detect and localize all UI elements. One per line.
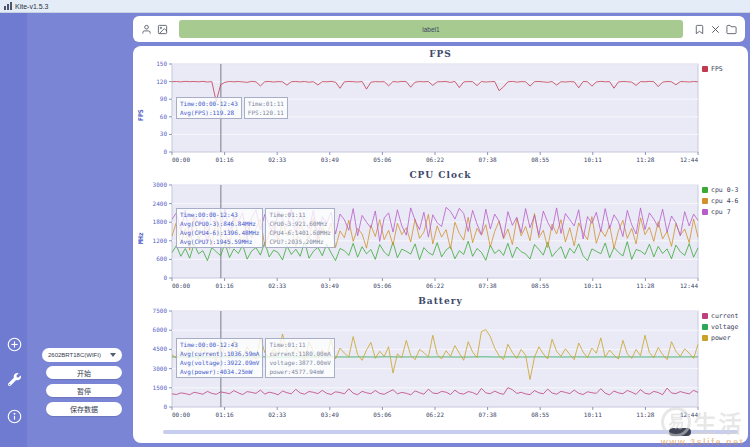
chart-tooltip-range: Time:00:00-12:43Avg(FPS):119.28: [176, 97, 242, 119]
charts-panel: FPS FPS 030609012015000:0001:1602:3303:4…: [133, 46, 748, 443]
y-axis-label: MHz: [135, 182, 146, 295]
device-select-value: 2602BRT18C(WIFI): [48, 352, 101, 358]
app-body: 2602BRT18C(WIFI) 开始 暂停 保存数据 label1: [0, 13, 750, 447]
scrollbar-thumb[interactable]: [669, 428, 691, 436]
start-button[interactable]: 开始: [46, 366, 122, 379]
chevron-down-icon: [110, 353, 116, 357]
svg-text:1800: 1800: [153, 218, 168, 225]
screenshot-button[interactable]: [157, 24, 168, 35]
user-icon: [141, 24, 152, 35]
chart-tooltip-range: Time:00:00-12:43Avg(current):1036.59mAAv…: [176, 338, 263, 378]
legend-item-current[interactable]: current: [702, 312, 748, 320]
svg-text:05:06: 05:06: [373, 282, 391, 289]
svg-text:11:28: 11:28: [636, 156, 654, 163]
svg-text:00:00: 00:00: [172, 411, 190, 418]
svg-text:150: 150: [156, 61, 167, 67]
chart-tooltips: Time:00:00-12:43Avg(FPS):119.28Time:01:1…: [176, 97, 288, 119]
legend-item-voltage[interactable]: voltage: [702, 323, 748, 331]
chart-tooltip-cursor: Time:01:11CPU0-3:921.60MHzCPU4-6:1401.60…: [265, 208, 334, 248]
svg-text:7500: 7500: [153, 308, 168, 314]
svg-text:10:11: 10:11: [584, 282, 602, 289]
svg-text:06:22: 06:22: [426, 282, 444, 289]
legend-swatch: [702, 209, 708, 215]
add-button[interactable]: [6, 336, 22, 352]
legend-label: cpu 4-6: [711, 197, 738, 205]
clear-icon: [710, 24, 721, 35]
chart-legend: currentvoltagepower: [702, 308, 748, 424]
legend-item-FPS[interactable]: FPS: [702, 65, 748, 73]
svg-text:12:44: 12:44: [680, 156, 698, 163]
chart-title: FPS: [133, 48, 748, 61]
svg-text:3000: 3000: [153, 182, 168, 188]
folder-icon: [726, 24, 737, 35]
svg-text:11:28: 11:28: [636, 282, 654, 289]
cpu-clock-chart: CPU Clock MHz 0600120018002400300000:000…: [133, 169, 748, 295]
legend-item-cpu 0-3[interactable]: cpu 0-3: [702, 186, 748, 194]
svg-text:30: 30: [160, 130, 168, 137]
legend-swatch: [702, 313, 708, 319]
open-folder-button[interactable]: [726, 24, 737, 35]
info-button[interactable]: [6, 408, 22, 424]
device-select[interactable]: 2602BRT18C(WIFI): [42, 348, 122, 362]
svg-text:05:06: 05:06: [373, 156, 391, 163]
window-title: Kite-v1.5.3: [15, 3, 48, 10]
legend-swatch: [702, 335, 708, 341]
y-axis-label: [135, 308, 146, 424]
bookmark-icon: [694, 24, 705, 35]
left-rail: [0, 13, 27, 447]
svg-text:12:44: 12:44: [680, 411, 698, 418]
image-icon: [157, 24, 168, 35]
pause-button[interactable]: 暂停: [46, 384, 122, 397]
chart-tooltip-range: Time:00:00-12:43Avg(CPU0-3):846.84MHzAvg…: [176, 208, 263, 248]
svg-text:90: 90: [160, 95, 168, 102]
clear-button[interactable]: [710, 24, 721, 35]
chart-legend: FPS: [702, 61, 748, 169]
add-icon: [7, 337, 22, 352]
chart-title: CPU Clock: [133, 169, 748, 182]
legend-swatch: [702, 187, 708, 193]
chart-tooltips: Time:00:00-12:43Avg(CPU0-3):846.84MHzAvg…: [176, 208, 335, 248]
svg-text:01:16: 01:16: [216, 156, 234, 163]
svg-text:08:55: 08:55: [531, 156, 549, 163]
svg-text:10:11: 10:11: [584, 156, 602, 163]
legend-label: cpu 0-3: [711, 186, 738, 194]
svg-text:02:33: 02:33: [268, 156, 286, 163]
label-input[interactable]: label1: [179, 20, 683, 38]
legend-label: cpu 7: [711, 208, 731, 216]
legend-label: FPS: [711, 65, 723, 73]
legend-label: current: [711, 312, 738, 320]
svg-text:02:33: 02:33: [268, 411, 286, 418]
svg-text:4500: 4500: [153, 345, 168, 352]
svg-text:6000: 6000: [153, 326, 168, 333]
app-logo-icon: [4, 2, 12, 10]
bookmark-button[interactable]: [694, 24, 705, 35]
legend-swatch: [702, 324, 708, 330]
fps-chart: FPS FPS 030609012015000:0001:1602:3303:4…: [133, 48, 748, 169]
wrench-icon: [8, 373, 21, 386]
svg-text:08:55: 08:55: [531, 411, 549, 418]
svg-text:07:38: 07:38: [479, 282, 497, 289]
svg-text:06:22: 06:22: [426, 411, 444, 418]
info-icon: [7, 409, 22, 424]
tools-button[interactable]: [6, 371, 22, 387]
legend-item-power[interactable]: power: [702, 334, 748, 342]
y-axis-label: FPS: [135, 61, 146, 169]
horizontal-scrollbar[interactable]: [163, 430, 738, 434]
legend-swatch: [702, 66, 708, 72]
svg-text:3000: 3000: [153, 365, 168, 372]
svg-text:60: 60: [160, 113, 168, 120]
legend-label: power: [711, 334, 731, 342]
save-data-button[interactable]: 保存数据: [46, 402, 122, 416]
svg-text:08:55: 08:55: [531, 282, 549, 289]
user-button[interactable]: [141, 24, 152, 35]
svg-text:03:49: 03:49: [321, 156, 339, 163]
svg-text:10:11: 10:11: [584, 411, 602, 418]
svg-text:1500: 1500: [153, 384, 168, 391]
legend-label: voltage: [711, 323, 738, 331]
svg-text:1200: 1200: [153, 237, 168, 244]
svg-text:03:49: 03:49: [321, 411, 339, 418]
legend-item-cpu 4-6[interactable]: cpu 4-6: [702, 197, 748, 205]
legend-item-cpu 7[interactable]: cpu 7: [702, 208, 748, 216]
chart-tooltips: Time:00:00-12:43Avg(current):1036.59mAAv…: [176, 338, 335, 378]
svg-text:07:38: 07:38: [479, 411, 497, 418]
